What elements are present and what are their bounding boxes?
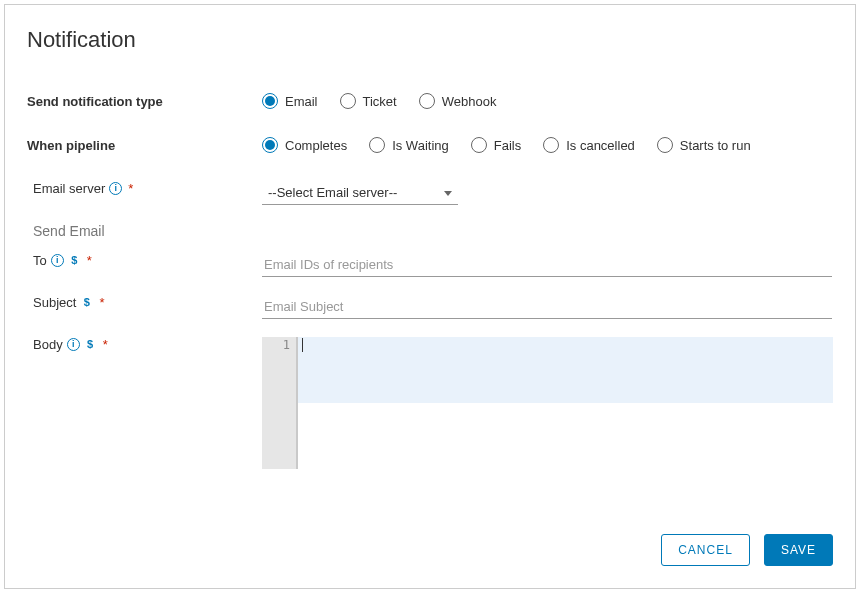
radio-icon <box>471 137 487 153</box>
subject-input[interactable] <box>262 295 832 319</box>
notification-type-radio-group: Email Ticket Webhook <box>262 93 496 109</box>
info-icon[interactable]: i <box>51 254 64 267</box>
line-number: 1 <box>262 338 290 352</box>
editor-gutter: 1 <box>262 337 298 469</box>
label-text: Body <box>33 337 63 352</box>
select-value: --Select Email server-- <box>268 185 397 200</box>
notification-dialog: Notification Send notification type Emai… <box>4 4 856 589</box>
email-server-select[interactable]: --Select Email server-- <box>262 181 458 205</box>
radio-label: Completes <box>285 138 347 153</box>
dialog-title: Notification <box>27 27 833 53</box>
required-icon: * <box>99 295 104 310</box>
body-label: Body i $ * <box>27 337 262 352</box>
radio-fails[interactable]: Fails <box>471 137 521 153</box>
email-config-section: Email server i * --Select Email server--… <box>27 181 833 469</box>
radio-icon <box>657 137 673 153</box>
subject-row: Subject $ * <box>27 295 833 319</box>
when-pipeline-row: When pipeline Completes Is Waiting Fails… <box>27 137 833 153</box>
notification-type-row: Send notification type Email Ticket Webh… <box>27 93 833 109</box>
radio-label: Fails <box>494 138 521 153</box>
required-icon: * <box>103 337 108 352</box>
radio-label: Starts to run <box>680 138 751 153</box>
radio-completes[interactable]: Completes <box>262 137 347 153</box>
dollar-icon[interactable]: $ <box>80 296 93 309</box>
radio-starts-to-run[interactable]: Starts to run <box>657 137 751 153</box>
radio-webhook[interactable]: Webhook <box>419 93 497 109</box>
radio-icon <box>543 137 559 153</box>
radio-icon <box>262 93 278 109</box>
radio-label: Webhook <box>442 94 497 109</box>
label-text: Email server <box>33 181 105 196</box>
body-row: Body i $ * 1 <box>27 337 833 469</box>
radio-ticket[interactable]: Ticket <box>340 93 397 109</box>
dialog-footer: CANCEL SAVE <box>661 534 833 566</box>
label-text: To <box>33 253 47 268</box>
email-server-label: Email server i * <box>27 181 262 196</box>
info-icon[interactable]: i <box>109 182 122 195</box>
to-label: To i $ * <box>27 253 262 268</box>
radio-email[interactable]: Email <box>262 93 318 109</box>
required-icon: * <box>128 181 133 196</box>
email-server-row: Email server i * --Select Email server-- <box>27 181 833 205</box>
required-icon: * <box>87 253 92 268</box>
when-pipeline-radio-group: Completes Is Waiting Fails Is cancelled … <box>262 137 751 153</box>
radio-is-waiting[interactable]: Is Waiting <box>369 137 449 153</box>
editor-active-line[interactable] <box>298 337 833 403</box>
label-text: Subject <box>33 295 76 310</box>
to-row: To i $ * <box>27 253 833 277</box>
radio-label: Ticket <box>363 94 397 109</box>
editor-cursor <box>302 338 303 352</box>
radio-label: Is Waiting <box>392 138 449 153</box>
radio-label: Email <box>285 94 318 109</box>
save-button[interactable]: SAVE <box>764 534 833 566</box>
radio-label: Is cancelled <box>566 138 635 153</box>
send-email-heading: Send Email <box>27 223 833 239</box>
when-pipeline-label: When pipeline <box>27 138 262 153</box>
subject-label: Subject $ * <box>27 295 262 310</box>
info-icon[interactable]: i <box>67 338 80 351</box>
radio-icon <box>262 137 278 153</box>
body-editor[interactable]: 1 <box>262 337 833 469</box>
notification-type-label: Send notification type <box>27 94 262 109</box>
radio-icon <box>340 93 356 109</box>
to-input[interactable] <box>262 253 832 277</box>
dollar-icon[interactable]: $ <box>68 254 81 267</box>
editor-empty-area[interactable] <box>298 403 833 469</box>
radio-icon <box>419 93 435 109</box>
radio-icon <box>369 137 385 153</box>
editor-body <box>298 337 833 469</box>
dollar-icon[interactable]: $ <box>84 338 97 351</box>
cancel-button[interactable]: CANCEL <box>661 534 750 566</box>
radio-is-cancelled[interactable]: Is cancelled <box>543 137 635 153</box>
